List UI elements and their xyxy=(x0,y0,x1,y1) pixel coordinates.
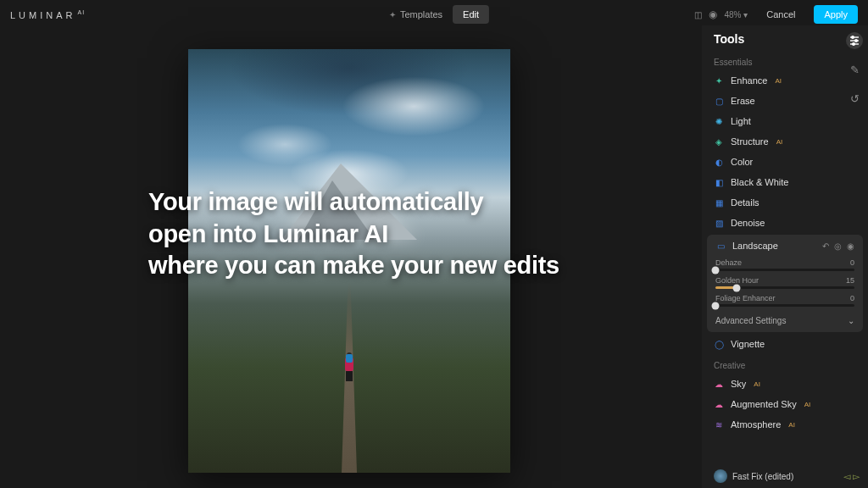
tool-erase-label: Erase xyxy=(731,96,755,106)
apply-button[interactable]: Apply xyxy=(814,5,858,24)
topbar-meta: ◫ ◉ 48% ▾ xyxy=(694,8,748,20)
tool-sky[interactable]: ☁ SkyAI xyxy=(702,374,868,394)
history-icon[interactable]: ↺ xyxy=(846,90,863,107)
tab-templates[interactable]: ✦ Templates xyxy=(379,5,453,24)
svg-point-5 xyxy=(853,43,855,46)
compare-icon[interactable]: ◫ xyxy=(694,10,702,19)
zoom-level[interactable]: 48% ▾ xyxy=(724,10,748,19)
sparkle-icon: ✦ xyxy=(389,10,396,19)
tab-templates-label: Templates xyxy=(400,9,442,19)
ai-badge: AI xyxy=(804,401,811,408)
bw-icon: ◧ xyxy=(714,177,724,187)
tab-edit[interactable]: Edit xyxy=(453,5,489,24)
chevron-down-icon: ⌄ xyxy=(848,316,854,325)
tool-details-label: Details xyxy=(731,197,760,208)
tool-landscape-label: Landscape xyxy=(732,241,778,251)
tool-enhance[interactable]: ✦ EnhanceAI xyxy=(702,70,868,91)
preset-name: Fast Fix (edited) xyxy=(732,472,838,481)
sliders-icon[interactable] xyxy=(846,32,863,49)
preview-icon[interactable]: ◉ xyxy=(709,8,717,20)
tool-sky-label: Sky xyxy=(731,379,746,389)
tool-bw-label: Black & White xyxy=(731,177,788,187)
golden-value: 15 xyxy=(846,276,854,285)
tool-structure[interactable]: ◈ StructureAI xyxy=(702,131,868,152)
cancel-button[interactable]: Cancel xyxy=(756,5,805,24)
logo-suffix: AI xyxy=(78,9,86,15)
details-icon: ▦ xyxy=(714,197,724,208)
canvas-area xyxy=(0,34,698,488)
tool-light-label: Light xyxy=(731,116,751,126)
tool-augsky-label: Augmented Sky xyxy=(731,399,797,409)
slider-foliage[interactable]: Foliage Enhancer0 xyxy=(707,292,863,310)
dehaze-label: Dehaze xyxy=(715,258,742,267)
preset-prev-icon[interactable]: ◅ xyxy=(843,471,850,482)
tool-erase[interactable]: ▢ Erase xyxy=(702,91,868,111)
section-essentials: Essentials xyxy=(702,51,868,70)
reset-icon[interactable]: ↶ xyxy=(822,241,829,251)
image-hiker xyxy=(342,352,356,380)
tool-atmosphere-label: Atmosphere xyxy=(731,419,781,430)
ai-badge: AI xyxy=(788,421,795,429)
light-icon: ✺ xyxy=(714,116,724,126)
advanced-settings[interactable]: Advanced Settings ⌄ xyxy=(707,310,863,327)
tool-light[interactable]: ✺ Light xyxy=(702,111,868,131)
mask-icon[interactable]: ◎ xyxy=(834,241,842,251)
topbar: LUMINARAI ✦ Templates Edit ◫ ◉ 48% ▾ Can… xyxy=(0,0,868,29)
ai-badge: AI xyxy=(775,77,782,85)
panel-header: Tools xyxy=(702,25,868,51)
tool-vignette[interactable]: ◯ Vignette xyxy=(702,334,868,354)
tool-color-label: Color xyxy=(731,157,753,167)
landscape-icon: ▭ xyxy=(715,241,726,251)
edited-image[interactable] xyxy=(188,49,510,473)
tool-color[interactable]: ◐ Color xyxy=(702,152,868,172)
tool-vignette-label: Vignette xyxy=(731,339,765,349)
tool-denoise-label: Denoise xyxy=(731,218,765,228)
color-icon: ◐ xyxy=(714,157,724,167)
logo-text: LUMINAR xyxy=(10,9,76,19)
atmosphere-icon: ≋ xyxy=(714,419,724,430)
svg-point-4 xyxy=(855,40,858,42)
denoise-icon: ▨ xyxy=(714,218,724,228)
preset-strip[interactable]: Fast Fix (edited) ◅ ▻ xyxy=(714,469,860,483)
tool-enhance-label: Enhance xyxy=(731,75,767,86)
vignette-icon: ◯ xyxy=(714,339,724,349)
image-mountain xyxy=(281,164,417,240)
advanced-label: Advanced Settings xyxy=(715,316,786,325)
tool-structure-label: Structure xyxy=(731,136,769,147)
panel-title: Tools xyxy=(714,32,744,46)
tool-denoise[interactable]: ▨ Denoise xyxy=(702,213,868,233)
ai-badge: AI xyxy=(754,380,760,388)
brush-icon[interactable]: ✎ xyxy=(846,61,863,78)
tool-atmosphere[interactable]: ≋ AtmosphereAI xyxy=(702,414,868,435)
landscape-row-icons: ↶ ◎ ◉ xyxy=(822,241,854,251)
panel-side-icons: ✎ ↺ xyxy=(846,32,863,107)
visibility-icon[interactable]: ◉ xyxy=(847,241,854,251)
topbar-tabs: ✦ Templates Edit xyxy=(379,5,489,24)
ai-badge: AI xyxy=(776,138,783,146)
augsky-icon: ☁ xyxy=(714,399,724,409)
foliage-label: Foliage Enhancer xyxy=(715,294,776,302)
structure-icon: ◈ xyxy=(714,136,724,147)
tool-augsky[interactable]: ☁ Augmented SkyAI xyxy=(702,394,868,414)
slider-golden-hour[interactable]: Golden Hour15 xyxy=(707,274,863,292)
preset-controls: ◅ ▻ xyxy=(843,471,860,482)
tool-landscape[interactable]: ▭ Landscape ↶ ◎ ◉ xyxy=(707,235,863,257)
svg-point-3 xyxy=(852,36,854,39)
slider-dehaze[interactable]: Dehaze0 xyxy=(707,257,863,274)
tools-panel: Tools ✎ ↺ Essentials ✦ EnhanceAI ▢ Erase… xyxy=(702,25,868,488)
enhance-icon: ✦ xyxy=(714,75,724,86)
app-logo: LUMINARAI xyxy=(10,9,85,20)
preset-next-icon[interactable]: ▻ xyxy=(853,471,860,482)
tab-edit-label: Edit xyxy=(463,9,479,19)
tool-landscape-expanded: ▭ Landscape ↶ ◎ ◉ Dehaze0 Golden Hour15 … xyxy=(707,235,863,332)
preset-thumb xyxy=(714,469,727,483)
sky-icon: ☁ xyxy=(714,379,724,389)
section-creative: Creative xyxy=(702,354,868,374)
dehaze-value: 0 xyxy=(850,258,854,267)
tool-bw[interactable]: ◧ Black & White xyxy=(702,172,868,192)
topbar-right: ◫ ◉ 48% ▾ Cancel Apply xyxy=(694,5,858,24)
tool-details[interactable]: ▦ Details xyxy=(702,192,868,213)
erase-icon: ▢ xyxy=(714,96,724,106)
foliage-value: 0 xyxy=(850,294,854,302)
